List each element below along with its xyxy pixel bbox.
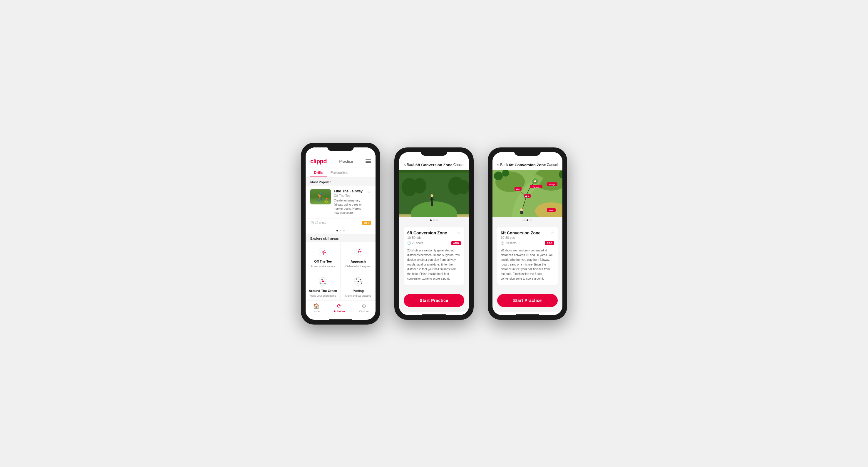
favourite-icon[interactable]: ☆ xyxy=(550,231,554,235)
skill-atg[interactable]: Around The Green Hone your short game xyxy=(306,271,340,300)
shots-row: 🕐 20 shots ARG xyxy=(407,241,461,245)
ott-desc: Power and accuracy xyxy=(311,265,335,268)
drill-info: Find The Fairway Off The Tee Create an i… xyxy=(334,189,364,215)
carousel-dots xyxy=(399,217,469,224)
nav-capture[interactable]: ⊕ Capture xyxy=(359,303,369,313)
drill-title: Find The Fairway xyxy=(334,189,364,193)
drill-detail-card: 6ft Conversion Zone 10-50 yds ☆ 🕐 20 sho… xyxy=(497,227,558,285)
phone-2-screen: < Back 6ft Conversion Zone Cancel xyxy=(399,152,469,315)
svg-point-22 xyxy=(321,279,322,280)
tab-drills[interactable]: Drills xyxy=(310,167,327,177)
most-popular-label: Most Popular xyxy=(306,177,375,186)
drill-desc: Create an imaginary fairway using trees … xyxy=(334,199,364,215)
drill-header-title: 6ft Conversion Zone xyxy=(509,163,546,167)
svg-point-66 xyxy=(534,180,536,182)
skill-putting[interactable]: Putting Make and lag practice xyxy=(341,271,375,300)
drill-description: 20 shots are randomly generated at dista… xyxy=(501,248,554,281)
tab-bar: Drills Favourites xyxy=(306,167,375,177)
drill-hero-map: Hit Miss Fairway Rough Sand xyxy=(493,170,562,217)
shots-count: 🕐 20 shots xyxy=(501,241,517,245)
dot-3 xyxy=(343,230,345,231)
svg-point-54 xyxy=(520,208,523,211)
svg-point-20 xyxy=(320,282,321,284)
capture-label: Capture xyxy=(359,310,369,313)
phone-1-screen: clippd Practice Drills Favourites Most P… xyxy=(306,147,375,320)
hamburger-icon[interactable] xyxy=(366,160,371,163)
notch xyxy=(327,143,354,151)
drill-detail-card: 6ft Conversion Zone 10-50 yds ☆ 🕐 20 sho… xyxy=(404,227,464,285)
skill-approach[interactable]: Approach Dial-in to hit the green xyxy=(341,242,375,271)
cancel-button[interactable]: Cancel xyxy=(547,163,558,167)
explore-label: Explore skill areas xyxy=(306,234,375,242)
drill-thumbnail: 🏌️ xyxy=(310,189,331,204)
back-button[interactable]: < Back xyxy=(404,163,414,167)
dot-2 xyxy=(527,220,528,221)
detail-range: 10-50 yds xyxy=(501,236,540,239)
svg-point-28 xyxy=(356,278,357,279)
dot-2 xyxy=(433,220,435,221)
drill-footer: Start Practice xyxy=(493,291,562,312)
home-icon: 🏠 xyxy=(313,303,319,309)
shots-row: 🕐 20 shots ARG xyxy=(501,241,554,245)
putting-icon xyxy=(351,275,366,287)
drill-detail-content: 6ft Conversion Zone 10-50 yds ☆ 🕐 20 sho… xyxy=(493,224,562,291)
notch xyxy=(421,147,447,156)
golf-photo xyxy=(399,170,469,217)
dot-3 xyxy=(436,220,438,221)
start-practice-button[interactable]: Start Practice xyxy=(497,294,558,307)
phone-3-screen: < Back 6ft Conversion Zone Cancel xyxy=(493,152,562,315)
favourite-icon[interactable]: ☆ xyxy=(367,189,371,194)
start-practice-button[interactable]: Start Practice xyxy=(404,294,464,307)
svg-point-21 xyxy=(324,283,326,284)
practice-content: Most Popular 🏌️ Find The Fairway Off The… xyxy=(306,177,375,300)
home-label: Home xyxy=(313,310,320,313)
header-title: Practice xyxy=(339,159,353,164)
svg-point-30 xyxy=(361,282,362,284)
app-logo: clippd xyxy=(310,158,327,165)
svg-point-65 xyxy=(525,195,527,198)
putting-name: Putting xyxy=(352,289,364,293)
favourite-icon[interactable]: ☆ xyxy=(457,231,461,235)
approach-icon xyxy=(351,246,366,258)
ott-icon xyxy=(316,246,330,258)
drill-hero-photo xyxy=(399,170,469,217)
svg-text:Rough: Rough xyxy=(550,184,555,186)
skill-ott[interactable]: Off The Tee Power and accuracy xyxy=(306,242,340,271)
carousel-dots xyxy=(306,227,375,234)
back-button[interactable]: < Back xyxy=(497,163,508,167)
featured-drill-card[interactable]: 🏌️ Find The Fairway Off The Tee Create a… xyxy=(306,186,375,219)
svg-point-34 xyxy=(413,178,426,194)
activities-label: Activities xyxy=(334,310,345,313)
atg-desc: Hone your short game xyxy=(310,294,336,297)
home-indicator xyxy=(516,314,539,315)
tab-favourites[interactable]: Favourites xyxy=(327,167,352,177)
scene: clippd Practice Drills Favourites Most P… xyxy=(289,131,579,336)
dot-1 xyxy=(430,220,432,221)
nav-activities[interactable]: ⟳ Activities xyxy=(334,303,345,313)
ott-name: Off The Tee xyxy=(314,260,332,263)
atg-icon xyxy=(316,275,330,287)
home-indicator xyxy=(422,314,446,315)
dot-3 xyxy=(530,220,532,221)
phone-1: clippd Practice Drills Favourites Most P… xyxy=(301,143,380,325)
svg-text:Sand: Sand xyxy=(549,210,554,211)
cancel-button[interactable]: Cancel xyxy=(454,163,464,167)
dot-1 xyxy=(523,220,525,221)
nav-home[interactable]: 🏠 Home xyxy=(313,303,320,313)
svg-point-27 xyxy=(358,281,359,282)
approach-name: Approach xyxy=(350,260,366,263)
carousel-dots xyxy=(493,217,562,224)
ott-badge: OTT xyxy=(362,221,371,225)
arg-badge: ARG xyxy=(545,241,554,245)
drill-shots: 🕐 10 shots xyxy=(310,221,326,224)
activities-icon: ⟳ xyxy=(337,303,341,309)
drill-footer: Start Practice xyxy=(399,291,469,312)
home-indicator xyxy=(329,319,352,320)
dot-1 xyxy=(336,230,338,231)
svg-rect-42 xyxy=(432,201,433,206)
capture-icon: ⊕ xyxy=(362,303,366,309)
svg-point-47 xyxy=(494,171,503,180)
phone-2: < Back 6ft Conversion Zone Cancel xyxy=(394,147,474,320)
svg-point-36 xyxy=(458,180,469,194)
putting-desc: Make and lag practice xyxy=(345,294,371,297)
